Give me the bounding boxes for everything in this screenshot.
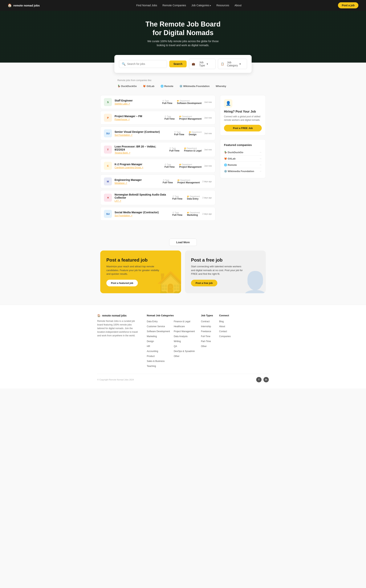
footer-cat-link[interactable]: Software Development [147, 330, 170, 333]
linkedin-icon[interactable]: in [263, 377, 269, 382]
type-label: ⏱ Type [165, 164, 175, 166]
job-type-meta: ⏱ Type Full-Time [165, 115, 175, 120]
job-card[interactable]: SU Senior Visual Designer (Contractor) S… [100, 126, 215, 140]
footer-cat-link[interactable]: Teaching [147, 365, 156, 368]
job-card[interactable]: C K-2 Program Manager Cambium Learning G… [100, 159, 215, 173]
nav-about[interactable]: About [235, 4, 242, 7]
search-input[interactable] [127, 63, 164, 65]
post-free-job-button[interactable]: Post a free job [191, 280, 217, 286]
job-card[interactable]: T Loan Processor: BR 20 – Veldez; 8/2/20… [100, 142, 215, 157]
type-value: Full-Time [162, 102, 172, 105]
cta-bg-decoration-2: 👤 [241, 270, 266, 293]
footer-cat-link[interactable]: Finance & Legal [174, 320, 190, 323]
footer-cat-link[interactable]: Project Management [174, 330, 195, 333]
company-remote[interactable]: 🌐 Remote [160, 85, 173, 87]
footer-cat-link[interactable]: Sales & Business [147, 360, 165, 362]
footer-cat-link[interactable]: Design [147, 340, 154, 343]
footer-cat-link[interactable]: Data Analysis [174, 335, 188, 338]
nav-resources[interactable]: Resources [216, 4, 229, 7]
job-card[interactable]: M Engineering Manager Metabase ↗ ⏱ Type … [100, 175, 215, 188]
search-button[interactable]: Search [169, 61, 187, 67]
footer-cat-link[interactable]: Accounting [147, 350, 158, 353]
job-meta: ⏱ Type Full-Time 📂 Department Project Ma… [165, 164, 202, 168]
type-value: Full-Time [163, 181, 173, 184]
footer-jobtype-link[interactable]: Internship [201, 325, 211, 328]
load-more-button[interactable]: Load More [169, 239, 197, 246]
dept-value: Data Entry [187, 197, 200, 200]
nav-job-categories[interactable]: Job Categories [191, 4, 211, 7]
footer-jobtype-link[interactable]: Full-Time [201, 335, 210, 338]
company-duckduckgo[interactable]: 🦆 DuckDuckGo [117, 85, 137, 87]
footer-cat-link[interactable]: Writing [174, 340, 181, 343]
footer-connect-link[interactable]: Blog [219, 320, 224, 323]
footer-connect-link[interactable]: Companies [219, 335, 231, 338]
footer-cat-link[interactable]: Product [147, 355, 155, 358]
featured-company-row[interactable]: 🦆 DuckDuckGo → [224, 149, 262, 156]
facebook-icon[interactable]: f [256, 377, 261, 382]
job-info: K-2 Program Manager Cambium Learning Gro… [114, 163, 162, 169]
job-info: Engineering Manager Metabase ↗ [114, 178, 160, 184]
footer-cat-link[interactable]: QA [174, 345, 177, 348]
footer-cat-link[interactable]: Data Entry [147, 320, 158, 323]
job-category-dropdown[interactable]: 📋 Job Category ▾ [218, 59, 247, 69]
job-card[interactable]: SU Social Media Manager (Contractor) Sui… [100, 207, 215, 221]
job-department-meta: 📂 Department Finance & Legal [184, 147, 202, 152]
job-type-dropdown[interactable]: 💼 Job Type ▾ [189, 59, 216, 69]
footer-connect-link[interactable]: About [219, 325, 225, 328]
logo-text: remote nomad jobs [13, 4, 40, 7]
featured-cta-desc: Maximize your reach and attract top remo… [106, 265, 160, 276]
post-job-button[interactable]: Post a job [338, 2, 358, 8]
type-value: Full-Time [165, 166, 175, 168]
dept-value: Finance & Legal [184, 149, 202, 152]
footer-connect-link[interactable]: Contact [219, 330, 227, 333]
job-title: Senior Visual Designer (Contractor) [114, 130, 171, 133]
footer-cat-col2: Finance & LegalHealthcareProject Managem… [174, 320, 195, 368]
footer-jobtype-link[interactable]: Part-Time [201, 340, 211, 343]
featured-company-row[interactable]: ⚙️ Wikimedia Foundation → [224, 168, 262, 174]
footer-cat-link[interactable]: Marketing [147, 335, 157, 338]
job-company[interactable]: LXT ↗ [114, 200, 170, 202]
job-title: Staff Engineer [114, 99, 160, 102]
job-company[interactable]: Sui Foundation ↗ [114, 134, 171, 136]
footer-cat-link[interactable]: Customer Service [147, 325, 165, 328]
site-logo[interactable]: 🏠 remote nomad jobs [8, 3, 40, 8]
job-company[interactable]: Metabase ↗ [114, 182, 160, 184]
footer-cat-link[interactable]: DevOps & Sysadmin [174, 350, 195, 353]
dept-label: 📂 Department [177, 179, 200, 181]
job-company[interactable]: Cambium Learning Group ↗ [114, 166, 162, 169]
footer-cat-link[interactable]: Other [174, 355, 179, 358]
footer-jobtype-link[interactable]: Contract [201, 320, 209, 323]
job-company[interactable]: Texana Bank ↗ [114, 151, 167, 154]
featured-company-name: 🌐 Remote [224, 164, 237, 166]
search-input-wrap[interactable]: 🔍 [119, 60, 167, 68]
nav-find-jobs[interactable]: Find Nomad Jobs [136, 4, 157, 7]
company-whereby[interactable]: Whereby [216, 85, 226, 87]
featured-cta-title: Post a featured job [106, 257, 175, 263]
footer-col-connect: Connect BlogAboutContactCompanies [219, 314, 231, 368]
chevron-down-icon-2: ▾ [239, 63, 244, 65]
featured-company-row[interactable]: 🦊 GitLab → [224, 156, 262, 162]
job-logo: SU [104, 210, 112, 218]
company-gitlab[interactable]: 🦊 GitLab [143, 85, 154, 87]
hiring-card-title: Hiring? Post Your Job [224, 110, 262, 113]
job-card[interactable]: S Staff Engineer Swirlds Labs ↗ ⏱ Type F… [100, 95, 215, 109]
job-company[interactable]: Powerhouse ↗ [114, 118, 162, 121]
post-free-job-sidebar-button[interactable]: Post a FREE Job [224, 125, 262, 132]
footer-cat-link[interactable]: HR [147, 345, 150, 348]
job-title: Loan Processor: BR 20 – Veldez; 8/2/2024 [114, 145, 167, 151]
post-featured-job-button[interactable]: Post a featured job [106, 280, 138, 286]
type-label: ⏱ Type [169, 147, 179, 149]
job-company[interactable]: Sui Foundation ↗ [114, 214, 170, 217]
featured-company-row[interactable]: 🌐 Remote → [224, 162, 262, 168]
job-card[interactable]: P Project Manager – FM Powerhouse ↗ ⏱ Ty… [100, 111, 215, 125]
job-company[interactable]: Swirlds Labs ↗ [114, 102, 160, 105]
nav-remote-companies[interactable]: Remote Companies [162, 4, 186, 7]
job-department-meta: 📂 Department Project Management [179, 115, 201, 120]
dept-value: Software Development [177, 102, 201, 105]
company-wikimedia[interactable]: ⚙️ Wikimedia Foundation [179, 85, 209, 87]
footer-cat-link[interactable]: Healthcare [174, 325, 185, 328]
footer-jobtype-link[interactable]: Freelance [201, 330, 211, 333]
job-department-meta: 📂 Department Marketing [187, 212, 200, 216]
footer-jobtype-link[interactable]: Other [201, 345, 207, 348]
job-card[interactable]: ✕ Norwegian Bokmål Speaking Audio Data C… [100, 190, 215, 205]
